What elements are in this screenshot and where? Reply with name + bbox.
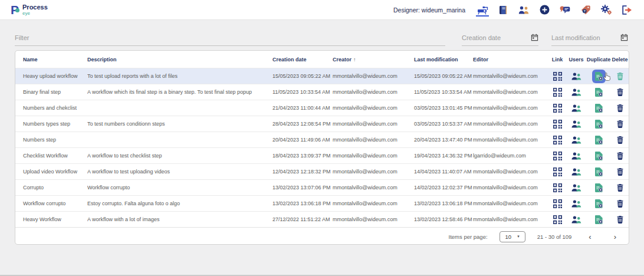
duplicate-button[interactable] bbox=[594, 150, 604, 162]
delete-button[interactable] bbox=[616, 167, 625, 177]
table-row[interactable]: Workflow corrupto Estoy corrupto. Falta … bbox=[15, 195, 629, 211]
help-tag-icon[interactable]: ? bbox=[579, 4, 592, 17]
users-button[interactable] bbox=[570, 199, 583, 209]
delete-button[interactable] bbox=[616, 119, 625, 129]
table-row[interactable]: Heavy Workflow A workflow with a lot of … bbox=[15, 211, 629, 227]
users-button[interactable] bbox=[570, 71, 583, 81]
settings-gears-icon[interactable] bbox=[600, 4, 613, 17]
logout-icon[interactable] bbox=[620, 4, 633, 17]
projector-presentation-icon[interactable] bbox=[476, 4, 489, 17]
previous-page-button[interactable]: ‹ bbox=[583, 232, 596, 241]
duplicate-button[interactable] bbox=[594, 103, 604, 114]
pagination-bar: Items per page: 10 ▾ 21 - 30 of 109 ‹ › bbox=[15, 227, 629, 245]
column-header-delete: Delete bbox=[611, 57, 629, 63]
chat-comments-icon[interactable] bbox=[558, 4, 571, 17]
cell-editor: mmontalvillo@wideum.com bbox=[473, 201, 548, 206]
cell-last-modification: 14/02/2023 12:02:37 PM bbox=[414, 185, 473, 190]
column-header-creator[interactable]: Creator↑ bbox=[333, 57, 414, 63]
delete-button[interactable] bbox=[616, 71, 625, 81]
table-row[interactable]: Numbers step 20/04/2023 11:49:06 AM mmon… bbox=[15, 132, 629, 147]
column-header-duplicate: Duplicate bbox=[586, 57, 611, 63]
delete-button[interactable] bbox=[616, 103, 625, 113]
cell-name: Upload video Workflow bbox=[15, 169, 87, 175]
cell-last-modification: 03/05/2023 10:53:37 AM bbox=[414, 121, 473, 127]
items-per-page-label: Items per page: bbox=[449, 234, 488, 240]
link-qr-button[interactable] bbox=[552, 134, 563, 146]
cell-last-modification: 11/05/2023 10:33:54 AM bbox=[414, 89, 473, 95]
range-label: 21 - 30 of 109 bbox=[537, 234, 572, 240]
table-row[interactable]: Heavy upload workflow To test upload rep… bbox=[15, 68, 629, 84]
creation-date-input[interactable] bbox=[462, 34, 531, 41]
creation-date-field[interactable] bbox=[462, 34, 538, 46]
link-qr-button[interactable] bbox=[552, 182, 563, 193]
link-qr-button[interactable] bbox=[552, 103, 563, 114]
delete-button[interactable] bbox=[616, 199, 625, 209]
duplicate-button[interactable] bbox=[594, 198, 604, 209]
users-button[interactable] bbox=[570, 151, 583, 161]
teams-people-icon[interactable] bbox=[517, 4, 530, 17]
duplicate-button[interactable] bbox=[594, 119, 604, 130]
cell-name: Corrupto bbox=[15, 185, 87, 190]
column-header-editor[interactable]: Editor bbox=[473, 57, 548, 63]
filter-input[interactable] bbox=[15, 34, 445, 41]
delete-button[interactable] bbox=[616, 151, 625, 161]
cell-last-modification: 03/05/2023 13:01:45 PM bbox=[414, 105, 473, 111]
table-body: Heavy upload workflow To test upload rep… bbox=[15, 68, 629, 227]
delete-button[interactable] bbox=[616, 183, 625, 193]
cell-editor: mmontalvillo@wideum.com bbox=[473, 73, 548, 79]
column-header-description[interactable]: Description bbox=[87, 57, 272, 63]
link-qr-button[interactable] bbox=[552, 214, 563, 225]
link-qr-button[interactable] bbox=[552, 166, 563, 178]
delete-button[interactable] bbox=[616, 215, 625, 225]
cell-last-modification: 13/02/2023 13:06:18 PM bbox=[414, 201, 473, 206]
cell-creation-date: 12/04/2023 12:18:32 PM bbox=[272, 169, 333, 175]
manual-book-icon[interactable] bbox=[497, 4, 510, 17]
table-row[interactable]: Numbers types step To test numbers condi… bbox=[15, 116, 629, 132]
last-modification-field[interactable] bbox=[551, 34, 628, 46]
duplicate-button[interactable] bbox=[594, 134, 604, 146]
delete-button[interactable] bbox=[616, 87, 625, 97]
link-qr-button[interactable] bbox=[552, 198, 563, 209]
users-button[interactable] bbox=[570, 87, 583, 97]
link-qr-button[interactable] bbox=[552, 150, 563, 162]
column-header-creation-date[interactable]: Creation date bbox=[272, 57, 333, 63]
cell-creation-date: 18/04/2023 13:09:37 PM bbox=[272, 153, 333, 159]
link-qr-button[interactable] bbox=[552, 119, 563, 130]
page-size-select[interactable]: 10 ▾ bbox=[500, 231, 525, 242]
next-page-button[interactable]: › bbox=[609, 232, 622, 241]
link-qr-button[interactable] bbox=[552, 87, 563, 98]
table-row[interactable]: Corrupto Workflow corrupto 13/02/2023 13… bbox=[15, 179, 629, 195]
users-button[interactable] bbox=[570, 183, 583, 193]
users-button[interactable] bbox=[570, 119, 583, 129]
duplicate-button[interactable] bbox=[594, 182, 604, 193]
cell-last-modification: 19/04/2023 14:36:32 PM bbox=[414, 153, 473, 159]
creation-date-calendar-icon[interactable] bbox=[531, 34, 538, 41]
link-qr-button[interactable] bbox=[552, 71, 563, 82]
table-row[interactable]: Numbers and chekclist 21/04/2023 11:00:4… bbox=[15, 100, 629, 116]
app-logo[interactable]: P Process eye bbox=[11, 4, 48, 16]
users-button[interactable] bbox=[570, 135, 583, 145]
table-row[interactable]: Checklist Workflow A workflow to test ch… bbox=[15, 147, 629, 163]
table-row[interactable]: Binary final step A workflow which its f… bbox=[15, 84, 629, 100]
cell-creator: mmontalvillo@wideum.com bbox=[333, 185, 414, 190]
column-header-link: Link bbox=[548, 57, 566, 63]
duplicate-button[interactable] bbox=[592, 70, 606, 83]
column-header-name[interactable]: Name bbox=[15, 57, 87, 63]
users-button[interactable] bbox=[570, 215, 583, 225]
table-row[interactable]: Upload video Workflow A workflow to test… bbox=[15, 163, 629, 179]
cell-creator: mmontalvillo@wideum.com bbox=[333, 153, 414, 159]
duplicate-button[interactable] bbox=[594, 166, 604, 178]
users-button[interactable] bbox=[570, 167, 583, 177]
delete-button[interactable] bbox=[616, 135, 625, 145]
cell-editor: mmontalvillo@wideum.com bbox=[473, 185, 548, 190]
cell-editor: lgarrido@wideum.com bbox=[473, 153, 548, 159]
add-circle-icon[interactable] bbox=[538, 4, 551, 17]
duplicate-button[interactable] bbox=[594, 87, 604, 98]
filter-field[interactable] bbox=[15, 34, 445, 46]
column-header-last-modification[interactable]: Last modification bbox=[414, 57, 473, 63]
duplicate-button[interactable] bbox=[594, 214, 604, 225]
last-modification-input[interactable] bbox=[551, 34, 620, 41]
users-button[interactable] bbox=[570, 103, 583, 113]
last-modification-calendar-icon[interactable] bbox=[620, 34, 628, 41]
cell-last-modification: 14/04/2023 11:40:07 AM bbox=[414, 169, 473, 175]
